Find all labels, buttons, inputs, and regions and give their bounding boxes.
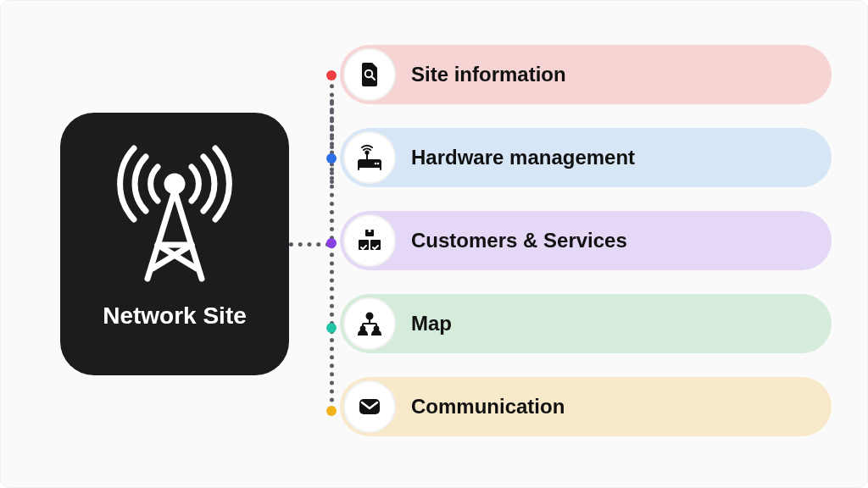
antenna-tower-icon bbox=[107, 143, 242, 287]
network-site-card: Network Site bbox=[60, 113, 289, 375]
category-list: Site information Hardware management bbox=[340, 45, 832, 436]
svg-point-14 bbox=[377, 163, 380, 165]
connector-vertical-lower bbox=[330, 99, 334, 411]
diagram-canvas: Network Site Site information bbox=[0, 0, 868, 488]
svg-point-19 bbox=[367, 313, 373, 319]
file-search-icon bbox=[343, 48, 396, 101]
network-site-title: Network Site bbox=[103, 302, 247, 330]
category-label: Hardware management bbox=[411, 146, 635, 169]
nodes-icon bbox=[343, 297, 396, 350]
connector-horizontal bbox=[289, 242, 330, 247]
bullet-comm bbox=[326, 406, 337, 416]
category-label: Site information bbox=[411, 63, 566, 86]
svg-rect-26 bbox=[359, 399, 380, 414]
category-communication: Communication bbox=[340, 377, 832, 436]
svg-point-13 bbox=[375, 163, 377, 165]
category-label: Customers & Services bbox=[411, 229, 627, 252]
bullet-hw bbox=[326, 153, 337, 164]
category-map: Map bbox=[340, 294, 832, 353]
category-label: Communication bbox=[411, 395, 565, 419]
category-site-information: Site information bbox=[340, 45, 832, 104]
router-icon bbox=[343, 131, 396, 184]
bullet-info bbox=[326, 70, 337, 80]
category-hardware-management: Hardware management bbox=[340, 128, 832, 187]
category-customers-services: Customers & Services bbox=[340, 211, 832, 270]
packages-icon bbox=[343, 214, 396, 267]
bullet-cust bbox=[326, 238, 337, 248]
mail-icon bbox=[343, 380, 396, 433]
svg-rect-16 bbox=[369, 230, 371, 232]
bullet-map bbox=[326, 323, 337, 333]
category-label: Map bbox=[411, 312, 452, 336]
